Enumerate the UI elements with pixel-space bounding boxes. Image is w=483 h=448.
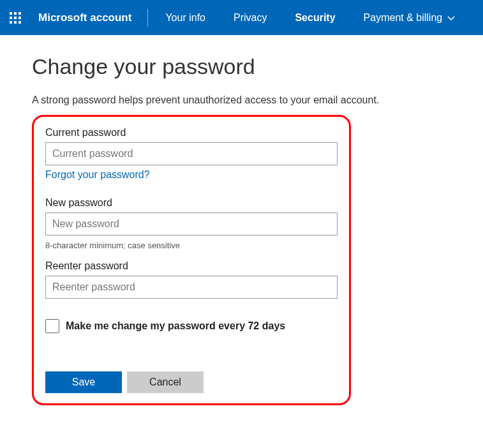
new-password-hint: 8-character minimum; case sensitive <box>45 241 338 250</box>
forgot-password-link[interactable]: Forgot your password? <box>45 169 150 181</box>
save-button[interactable]: Save <box>45 371 122 393</box>
reenter-password-input[interactable] <box>45 276 338 299</box>
nav-payment[interactable]: Payment & billing <box>350 0 470 35</box>
header: Microsoft account Your info Privacy Secu… <box>0 0 483 35</box>
app-launcher-icon[interactable] <box>0 0 31 35</box>
brand-label[interactable]: Microsoft account <box>31 11 144 24</box>
current-password-label: Current password <box>45 127 338 138</box>
password-form: Current password Forgot your password? N… <box>32 115 351 405</box>
content: Change your password A strong password h… <box>0 35 483 424</box>
chevron-down-icon <box>447 12 455 24</box>
checkbox-label: Make me change my password every 72 days <box>66 320 285 332</box>
nav-security[interactable]: Security <box>281 0 349 35</box>
new-password-input[interactable] <box>45 213 338 235</box>
cancel-button[interactable]: Cancel <box>127 371 204 393</box>
reenter-password-label: Reenter password <box>45 260 338 272</box>
button-row: Save Cancel <box>45 371 338 393</box>
nav-privacy[interactable]: Privacy <box>219 0 281 35</box>
nav-payment-label: Payment & billing <box>364 12 443 24</box>
new-password-label: New password <box>45 197 338 209</box>
current-password-input[interactable] <box>45 142 338 165</box>
current-password-group: Current password Forgot your password? <box>45 127 338 190</box>
change-every-72-checkbox[interactable] <box>45 319 59 333</box>
page-subtitle: A strong password helps prevent unauthor… <box>32 94 451 106</box>
new-password-group: New password 8-character minimum; case s… <box>45 197 338 250</box>
page-title: Change your password <box>32 54 451 79</box>
reenter-password-group: Reenter password <box>45 260 338 301</box>
nav-your-info[interactable]: Your info <box>151 0 219 35</box>
divider <box>147 9 148 27</box>
checkbox-row: Make me change my password every 72 days <box>45 319 338 333</box>
